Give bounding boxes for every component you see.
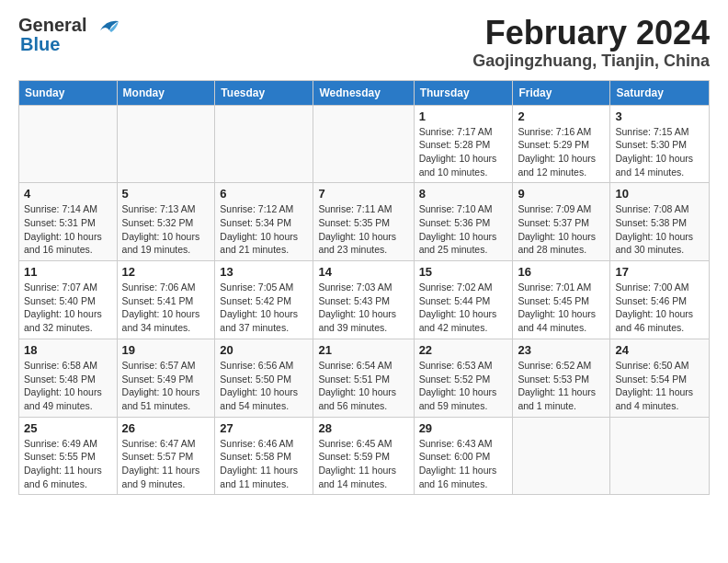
calendar-table: SundayMondayTuesdayWednesdayThursdayFrid… [18,80,710,496]
logo: General Blue [18,15,120,55]
cell-day-number: 1 [419,109,508,123]
cell-sun-info: Sunrise: 6:56 AMSunset: 5:50 PMDaylight:… [220,359,308,413]
cell-sun-info: Sunrise: 7:13 AMSunset: 5:32 PMDaylight:… [122,202,210,257]
calendar-cell: 8Sunrise: 7:10 AMSunset: 5:36 PMDaylight… [414,183,513,261]
calendar-cell [215,105,313,183]
calendar-cell: 28Sunrise: 6:45 AMSunset: 5:59 PMDayligh… [313,417,414,495]
cell-day-number: 24 [615,343,704,357]
calendar-cell: 2Sunrise: 7:16 AMSunset: 5:29 PMDaylight… [513,105,610,183]
calendar-cell [313,105,414,183]
calendar-cell: 14Sunrise: 7:03 AMSunset: 5:43 PMDayligh… [313,261,414,339]
calendar-cell: 20Sunrise: 6:56 AMSunset: 5:50 PMDayligh… [215,339,313,417]
weekday-header: Tuesday [215,80,313,105]
calendar-cell: 10Sunrise: 7:08 AMSunset: 5:38 PMDayligh… [610,183,710,261]
calendar-cell [610,417,710,495]
cell-sun-info: Sunrise: 6:47 AMSunset: 5:57 PMDaylight:… [122,437,210,491]
calendar-cell: 23Sunrise: 6:52 AMSunset: 5:53 PMDayligh… [513,339,610,417]
cell-sun-info: Sunrise: 6:53 AMSunset: 5:52 PMDaylight:… [419,359,508,413]
calendar-cell: 12Sunrise: 7:06 AMSunset: 5:41 PMDayligh… [117,261,215,339]
calendar-cell: 15Sunrise: 7:02 AMSunset: 5:44 PMDayligh… [414,261,513,339]
calendar-cell: 24Sunrise: 6:50 AMSunset: 5:54 PMDayligh… [610,339,710,417]
cell-day-number: 27 [220,421,308,435]
cell-sun-info: Sunrise: 7:06 AMSunset: 5:41 PMDaylight:… [122,281,210,335]
cell-day-number: 26 [122,421,210,435]
page-subtitle: Gaojingzhuang, Tianjin, China [472,52,710,71]
cell-sun-info: Sunrise: 6:46 AMSunset: 5:58 PMDaylight:… [220,437,308,491]
calendar-cell [513,417,610,495]
cell-sun-info: Sunrise: 7:02 AMSunset: 5:44 PMDaylight:… [419,281,508,335]
cell-sun-info: Sunrise: 7:16 AMSunset: 5:29 PMDaylight:… [518,125,605,179]
cell-sun-info: Sunrise: 6:45 AMSunset: 5:59 PMDaylight:… [318,437,408,491]
cell-day-number: 12 [122,265,210,279]
weekday-header: Thursday [414,80,513,105]
calendar-cell: 1Sunrise: 7:17 AMSunset: 5:28 PMDaylight… [414,105,513,183]
cell-day-number: 16 [518,265,605,279]
calendar-week-row: 4Sunrise: 7:14 AMSunset: 5:31 PMDaylight… [19,183,710,261]
cell-day-number: 23 [518,343,605,357]
calendar-cell: 21Sunrise: 6:54 AMSunset: 5:51 PMDayligh… [313,339,414,417]
cell-day-number: 7 [318,187,408,201]
calendar-week-row: 18Sunrise: 6:58 AMSunset: 5:48 PMDayligh… [19,339,710,417]
weekday-header: Saturday [610,80,710,105]
cell-day-number: 18 [24,343,112,357]
cell-sun-info: Sunrise: 6:43 AMSunset: 6:00 PMDaylight:… [419,437,508,491]
cell-day-number: 25 [24,421,112,435]
cell-day-number: 3 [615,109,704,123]
calendar-cell: 19Sunrise: 6:57 AMSunset: 5:49 PMDayligh… [117,339,215,417]
cell-sun-info: Sunrise: 6:50 AMSunset: 5:54 PMDaylight:… [615,359,704,413]
cell-sun-info: Sunrise: 7:03 AMSunset: 5:43 PMDaylight:… [318,281,408,335]
calendar-cell: 17Sunrise: 7:00 AMSunset: 5:46 PMDayligh… [610,261,710,339]
calendar-cell: 3Sunrise: 7:15 AMSunset: 5:30 PMDaylight… [610,105,710,183]
weekday-header: Friday [513,80,610,105]
cell-day-number: 13 [220,265,308,279]
cell-sun-info: Sunrise: 6:49 AMSunset: 5:55 PMDaylight:… [24,437,112,491]
cell-day-number: 19 [122,343,210,357]
cell-day-number: 8 [419,187,508,201]
cell-day-number: 15 [419,265,508,279]
cell-sun-info: Sunrise: 7:07 AMSunset: 5:40 PMDaylight:… [24,281,112,335]
cell-sun-info: Sunrise: 6:52 AMSunset: 5:53 PMDaylight:… [518,359,605,413]
cell-day-number: 20 [220,343,308,357]
cell-day-number: 10 [615,187,704,201]
calendar-week-row: 1Sunrise: 7:17 AMSunset: 5:28 PMDaylight… [19,105,710,183]
logo-bird-icon [93,17,120,38]
weekday-header: Monday [117,80,215,105]
calendar-cell: 16Sunrise: 7:01 AMSunset: 5:45 PMDayligh… [513,261,610,339]
page-title: February 2024 [472,15,710,52]
calendar-week-row: 25Sunrise: 6:49 AMSunset: 5:55 PMDayligh… [19,417,710,495]
cell-day-number: 28 [318,421,408,435]
cell-day-number: 6 [220,187,308,201]
cell-sun-info: Sunrise: 7:09 AMSunset: 5:37 PMDaylight:… [518,202,605,257]
weekday-header: Wednesday [313,80,414,105]
calendar-cell: 9Sunrise: 7:09 AMSunset: 5:37 PMDaylight… [513,183,610,261]
cell-sun-info: Sunrise: 7:00 AMSunset: 5:46 PMDaylight:… [615,281,704,335]
calendar-week-row: 11Sunrise: 7:07 AMSunset: 5:40 PMDayligh… [19,261,710,339]
cell-day-number: 14 [318,265,408,279]
cell-sun-info: Sunrise: 7:08 AMSunset: 5:38 PMDaylight:… [615,202,704,257]
calendar-cell: 18Sunrise: 6:58 AMSunset: 5:48 PMDayligh… [19,339,118,417]
calendar-cell [117,105,215,183]
cell-day-number: 17 [615,265,704,279]
cell-sun-info: Sunrise: 7:11 AMSunset: 5:35 PMDaylight:… [318,202,408,257]
cell-day-number: 22 [419,343,508,357]
calendar-cell: 25Sunrise: 6:49 AMSunset: 5:55 PMDayligh… [19,417,118,495]
cell-sun-info: Sunrise: 7:15 AMSunset: 5:30 PMDaylight:… [615,125,704,179]
page-header: General Blue February 2024 Gaojingzhuang… [18,15,710,71]
weekday-header: Sunday [19,80,118,105]
cell-day-number: 4 [24,187,112,201]
cell-day-number: 11 [24,265,112,279]
cell-day-number: 9 [518,187,605,201]
cell-sun-info: Sunrise: 7:12 AMSunset: 5:34 PMDaylight:… [220,202,308,257]
cell-day-number: 29 [419,421,508,435]
calendar-cell: 11Sunrise: 7:07 AMSunset: 5:40 PMDayligh… [19,261,118,339]
calendar-cell: 6Sunrise: 7:12 AMSunset: 5:34 PMDaylight… [215,183,313,261]
cell-sun-info: Sunrise: 7:05 AMSunset: 5:42 PMDaylight:… [220,281,308,335]
cell-sun-info: Sunrise: 6:57 AMSunset: 5:49 PMDaylight:… [122,359,210,413]
cell-sun-info: Sunrise: 6:54 AMSunset: 5:51 PMDaylight:… [318,359,408,413]
calendar-cell: 5Sunrise: 7:13 AMSunset: 5:32 PMDaylight… [117,183,215,261]
calendar-cell: 22Sunrise: 6:53 AMSunset: 5:52 PMDayligh… [414,339,513,417]
cell-sun-info: Sunrise: 7:10 AMSunset: 5:36 PMDaylight:… [419,202,508,257]
calendar-cell: 13Sunrise: 7:05 AMSunset: 5:42 PMDayligh… [215,261,313,339]
cell-sun-info: Sunrise: 7:01 AMSunset: 5:45 PMDaylight:… [518,281,605,335]
calendar-cell: 26Sunrise: 6:47 AMSunset: 5:57 PMDayligh… [117,417,215,495]
